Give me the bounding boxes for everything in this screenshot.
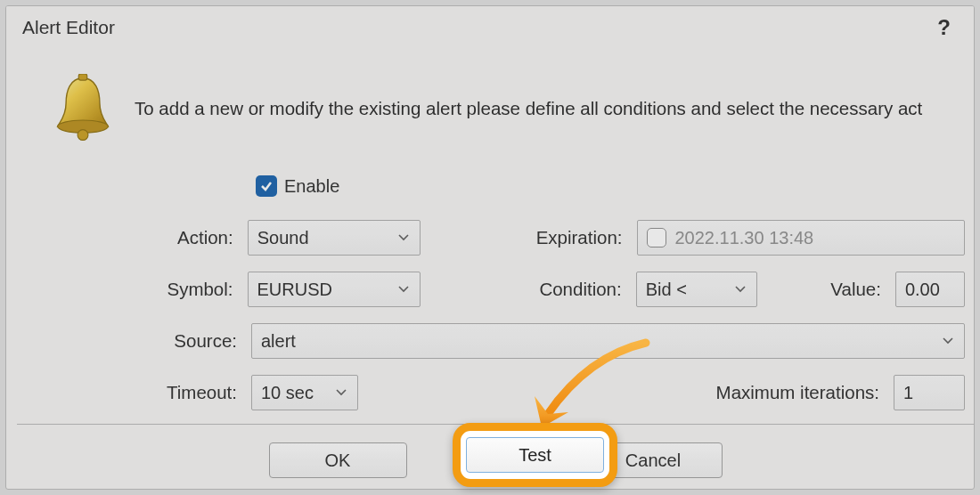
enable-label: Enable: [284, 176, 339, 197]
chevron-down-icon: [733, 280, 747, 300]
chevron-down-icon: [396, 280, 411, 300]
action-select[interactable]: Sound: [248, 220, 421, 256]
cancel-button[interactable]: Cancel: [584, 442, 723, 478]
action-label: Action:: [118, 227, 248, 248]
titlebar: Alert Editor ?: [6, 6, 974, 49]
timeout-select[interactable]: 10 sec: [251, 375, 358, 410]
check-icon: [256, 175, 277, 197]
source-label: Source:: [118, 330, 251, 352]
content-area: To add a new or modify the existing aler…: [6, 49, 974, 419]
timeout-label: Timeout:: [118, 382, 251, 403]
chevron-down-icon: [941, 331, 955, 352]
form-area: Enable Action: Sound Expiration: 2022.11…: [15, 175, 965, 410]
chevron-down-icon: [396, 228, 411, 248]
source-select[interactable]: alert: [251, 323, 965, 359]
symbol-select[interactable]: EURUSD: [248, 272, 421, 307]
condition-label: Condition:: [421, 279, 636, 300]
expiration-field[interactable]: 2022.11.30 13:48: [637, 220, 966, 256]
expiration-checkbox[interactable]: [647, 228, 666, 248]
value-label: Value:: [757, 279, 895, 300]
help-button[interactable]: ?: [937, 15, 958, 40]
test-button[interactable]: Test: [466, 437, 604, 473]
value-input[interactable]: 0.00: [895, 272, 965, 307]
condition-select[interactable]: Bid <: [636, 272, 757, 307]
instruction-text: To add a new or modify the existing aler…: [135, 98, 922, 119]
chevron-down-icon: [334, 383, 348, 403]
window-title: Alert Editor: [22, 17, 115, 38]
maxiter-input[interactable]: 1: [894, 375, 965, 410]
maxiter-label: Maximum iterations:: [716, 382, 894, 403]
enable-checkbox[interactable]: Enable: [256, 175, 965, 197]
svg-point-2: [78, 130, 88, 141]
svg-rect-1: [78, 74, 86, 80]
bell-icon: [51, 74, 115, 143]
symbol-label: Symbol:: [118, 279, 248, 300]
ok-button[interactable]: OK: [269, 442, 407, 478]
expiration-label: Expiration:: [421, 227, 637, 248]
alert-editor-window: Alert Editor ?: [5, 5, 975, 490]
